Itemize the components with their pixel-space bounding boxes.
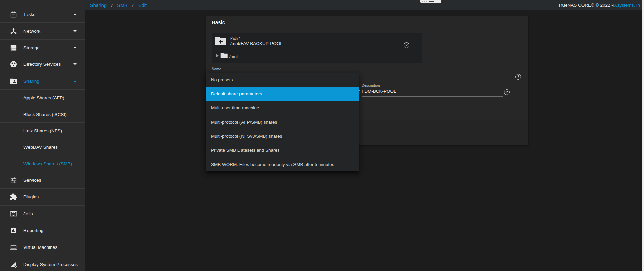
breadcrumb-separator: / — [132, 3, 133, 8]
breadcrumb-link-edit[interactable]: Edit — [138, 3, 147, 8]
name-field-label: Name — [212, 67, 221, 71]
copyright-text: TrueNAS CORE® © 2022 - iXsystems, In — [558, 0, 640, 10]
tune-sliders-icon — [9, 176, 18, 185]
dropdown-option-multi-protocol-nfsv3-smb[interactable]: Multi-protocol (NFSv3/SMB) shares — [206, 129, 359, 143]
sidebar-item-tasks[interactable]: Tasks — [0, 6, 85, 23]
chevron-down-icon — [73, 30, 77, 32]
sidebar-item-network[interactable]: Network — [0, 23, 85, 40]
jail-icon — [9, 210, 18, 218]
dropdown-option-default-share-parameters[interactable]: Default share parameters — [206, 87, 359, 101]
chevron-up-icon — [73, 80, 77, 82]
bar-chart-icon — [9, 226, 18, 235]
sidebar-item-label: Directory Services — [23, 62, 61, 67]
tree-node-mnt[interactable]: /mnt — [229, 54, 238, 59]
path-help-icon[interactable] — [404, 42, 409, 48]
chevron-down-icon — [73, 63, 77, 65]
directory-services-icon — [9, 60, 18, 69]
dropdown-option-private-smb-datasets[interactable]: Private SMB Datasets and Shares — [206, 143, 359, 157]
description-input-underline — [362, 96, 503, 97]
sidebar-item-label: WebDAV Shares — [23, 145, 58, 150]
sidebar-item-virtual-machines[interactable]: Virtual Machines — [0, 239, 85, 256]
sidebar-item-label: Windows Shares (SMB) — [23, 161, 72, 166]
puzzle-icon — [9, 193, 18, 201]
path-input-underline — [230, 46, 401, 46]
section-title: Basic — [212, 19, 225, 25]
truenas-screen: Tasks Network Storage Directory Services — [0, 0, 644, 271]
sidebar-item-label: Services — [23, 178, 41, 183]
description-input[interactable]: FDM-BCK-POOL — [362, 89, 396, 94]
path-input[interactable]: /mnt/FAV-BACKUP-POOL — [230, 41, 283, 46]
page-scrollbar[interactable] — [642, 0, 644, 271]
sidebar-nav: Tasks Network Storage Directory Services — [0, 0, 85, 271]
sidebar-item-directory-services[interactable]: Directory Services — [0, 56, 85, 73]
breadcrumb: Sharing / SMB / Edit — [90, 0, 147, 10]
description-field-label: Description — [362, 83, 380, 87]
sidebar-item-label: Block Shares (iSCSI) — [23, 112, 67, 117]
breadcrumb-link-sharing[interactable]: Sharing — [90, 3, 107, 8]
sidebar-item-cutoff — [0, 0, 85, 6]
sidebar-item-label: Plugins — [23, 194, 39, 199]
sidebar-item-display-system-processes[interactable]: Display System Processes — [0, 256, 85, 271]
sidebar-item-unix-shares[interactable]: Unix Shares (NFS) — [0, 123, 85, 139]
laptop-icon — [9, 243, 18, 252]
copyright-vendor-link[interactable]: iXsystems, In — [613, 3, 640, 8]
dropdown-option-multi-user-time-machine[interactable]: Multi-user time machine — [206, 101, 359, 115]
sidebar-item-reporting[interactable]: Reporting — [0, 222, 85, 239]
sidebar-item-label: Apple Shares (AFP) — [23, 95, 64, 100]
name-help-icon[interactable] — [515, 74, 521, 80]
system-processes-icon — [9, 260, 18, 269]
sidebar-item-apple-shares[interactable]: Apple Shares (AFP) — [0, 90, 85, 106]
sidebar-item-windows-shares[interactable]: Windows Shares (SMB) — [0, 155, 85, 172]
add-folder-icon[interactable] — [215, 37, 226, 46]
top-toolbar: Sharing / SMB / Edit TrueNAS CORE® © 202… — [85, 0, 642, 10]
description-help-icon[interactable] — [504, 89, 510, 95]
copyright-plain: TrueNAS CORE® © 2022 - — [558, 3, 613, 8]
sidebar-item-label: Display System Processes — [23, 262, 78, 267]
sidebar-item-label: Jails — [23, 211, 33, 216]
sidebar-item-storage[interactable]: Storage — [0, 40, 85, 56]
tasks-calendar-icon — [9, 10, 18, 19]
breadcrumb-link-smb[interactable]: SMB — [117, 3, 127, 8]
sidebar-item-block-shares[interactable]: Block Shares (iSCSI) — [0, 106, 85, 123]
network-hub-icon — [9, 27, 18, 36]
sidebar-item-label: Virtual Machines — [23, 245, 57, 250]
sidebar-item-sharing[interactable]: Sharing — [0, 73, 85, 90]
sidebar-item-label: Reporting — [23, 228, 43, 233]
folder-shared-icon — [9, 77, 18, 86]
tree-folder-icon — [220, 53, 228, 60]
dropdown-option-no-presets[interactable]: No presets — [206, 73, 359, 87]
chevron-down-icon — [73, 47, 77, 49]
purpose-select-dropdown: No presets Default share parameters Mult… — [206, 73, 359, 171]
sidebar-item-label: Tasks — [23, 12, 35, 17]
sidebar-item-jails[interactable]: Jails — [0, 206, 85, 222]
breadcrumb-separator: / — [111, 3, 112, 8]
sidebar-item-label: Network — [23, 29, 40, 34]
storage-stack-icon — [9, 43, 18, 52]
sidebar-item-label: Unix Shares (NFS) — [23, 128, 62, 133]
popup-text-fragment — [429, 1, 434, 2]
ellipsis-dots-icon — [422, 1, 427, 2]
dropdown-option-multi-protocol-afp-smb[interactable]: Multi-protocol (AFP/SMB) shares — [206, 115, 359, 129]
chevron-down-icon — [73, 14, 77, 15]
tree-expand-arrow-icon[interactable] — [216, 54, 219, 57]
path-field-label: Path * — [230, 36, 240, 40]
sidebar-item-plugins[interactable]: Plugins — [0, 189, 85, 206]
sidebar-item-webdav-shares[interactable]: WebDAV Shares — [0, 139, 85, 155]
sidebar-item-services[interactable]: Services — [0, 172, 85, 189]
truncated-popup — [420, 0, 441, 3]
sidebar-item-label: Storage — [23, 45, 40, 50]
dropdown-option-smb-worm[interactable]: SMB WORM. Files become readonly via SMB … — [206, 157, 359, 171]
sidebar-item-label: Sharing — [23, 79, 39, 84]
path-explorer-panel: Path * /mnt/FAV-BACKUP-POOL /mnt — [212, 33, 422, 63]
